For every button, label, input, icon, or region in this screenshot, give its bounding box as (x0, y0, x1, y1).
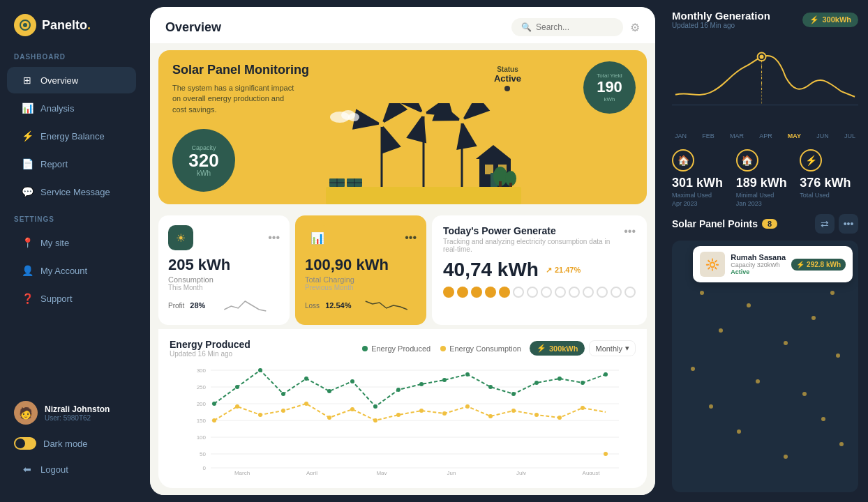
svg-rect-20 (485, 165, 493, 174)
dark-mode-toggle[interactable]: Dark mode (0, 432, 143, 455)
svg-point-68 (488, 385, 493, 389)
svg-text:August: August (583, 470, 601, 475)
logo[interactable]: Panelto. (0, 14, 143, 53)
gen-kwh: 300kWh (822, 15, 851, 24)
panel-name: Rumah Sasana (731, 253, 786, 261)
total-yield-circle: Total Yield 190 kWh (583, 61, 636, 114)
svg-point-78 (304, 402, 308, 406)
stat-minimal-label: Minimal Used (736, 192, 795, 199)
charging-more-button[interactable]: ••• (405, 231, 417, 244)
period-select[interactable]: Monthly ▾ (589, 340, 636, 356)
kwh-value: 300kWh (549, 344, 578, 353)
dot-2 (457, 287, 468, 298)
svg-text:0: 0 (203, 465, 207, 471)
toggle-switch[interactable] (14, 437, 36, 450)
dot-9 (555, 287, 566, 298)
svg-point-56 (212, 402, 216, 406)
panel-capacity: Capacity 320kWh (731, 261, 786, 268)
svg-marker-6 (374, 103, 408, 131)
sidebar-item-my-account[interactable]: 👤 My Account (7, 257, 136, 284)
chevron-down-icon: ▾ (625, 344, 629, 353)
dot-7 (527, 287, 538, 298)
dot-13 (611, 287, 622, 298)
panel-popup-info: Rumah Sasana Capacity 320kWh Active (731, 253, 786, 275)
svg-text:March: March (234, 470, 250, 475)
svg-point-90 (581, 406, 585, 410)
svg-point-81 (373, 418, 377, 423)
location-icon: 📍 (21, 236, 33, 249)
sidebar-item-overview[interactable]: ⊞ Overview (7, 67, 136, 93)
points-more-button[interactable]: ••• (839, 214, 858, 234)
svg-point-80 (350, 407, 354, 411)
consumption-subtitle: This Month (168, 284, 280, 291)
panel-status: Active (731, 268, 786, 275)
chart-controls: ⚡ 300kWh Monthly ▾ (530, 340, 636, 356)
sidebar-item-analysis[interactable]: 📊 Analysis (7, 95, 136, 121)
svg-point-74 (212, 418, 216, 423)
user-icon: 👤 (21, 264, 33, 277)
points-add-button[interactable]: ⇄ (815, 214, 835, 234)
sidebar-item-my-site[interactable]: 📍 My site (7, 229, 136, 256)
dot-3 (471, 287, 482, 298)
power-more-button[interactable]: ••• (624, 225, 636, 238)
monthly-svg (672, 39, 858, 123)
dashboard-section-label: DASHBOARD (0, 53, 143, 66)
stat-maximal-label: Maximal Used (672, 192, 731, 199)
sidebar: Panelto. DASHBOARD ⊞ Overview 📊 Analysis… (0, 0, 143, 502)
chart-updated: Updated 16 Min ago (170, 350, 250, 358)
chart-icon: 📊 (21, 102, 33, 114)
panel-kwh-value: 292.8 kWh (807, 261, 841, 268)
svg-marker-5 (352, 109, 384, 134)
sidebar-item-energy-balance[interactable]: ⚡ Energy Balance (7, 123, 136, 149)
search-box[interactable]: 🔍 (511, 18, 623, 36)
sidebar-item-report[interactable]: 📄 Report (7, 151, 136, 177)
consumption-value: 205 kWh (168, 256, 280, 274)
svg-marker-14 (451, 119, 477, 151)
sidebar-item-support-label: Support (40, 294, 73, 304)
stat-maximal: 🏠 301 kWh Maximal Used Apr 2023 (672, 149, 731, 207)
svg-point-66 (442, 378, 447, 382)
dot-8 (541, 287, 552, 298)
sidebar-item-logout[interactable]: ⬅ Logout (7, 456, 136, 482)
svg-rect-2 (326, 187, 521, 204)
svg-marker-16 (455, 103, 490, 128)
gen-badge: ⚡ 300kWh (802, 13, 858, 27)
svg-point-62 (350, 379, 354, 383)
svg-point-73 (604, 372, 608, 376)
monthly-line-chart (672, 39, 858, 123)
user-profile[interactable]: 🧑 Nizrali Johnston User: 5980T62 (0, 394, 143, 432)
turbine-illustration (326, 103, 521, 204)
search-input[interactable] (536, 22, 613, 32)
charging-value: 100,90 kWh (305, 256, 417, 274)
svg-point-69 (511, 392, 516, 396)
grid-icon: ⊞ (21, 74, 33, 86)
filter-button[interactable]: ⚙ (630, 21, 640, 34)
dot-6 (513, 287, 524, 298)
stat-total-label: Total Used (800, 192, 858, 199)
svg-text:Jun: Jun (447, 470, 456, 475)
avatar: 🧑 (14, 401, 38, 425)
sidebar-item-service-message[interactable]: 💬 Service Message (7, 178, 136, 205)
svg-point-64 (396, 388, 401, 392)
svg-rect-30 (499, 181, 502, 187)
energy-chart-section: Energy Produced Updated 16 Min ago Energ… (158, 329, 647, 488)
svg-point-82 (396, 413, 401, 417)
loss-label: Loss (305, 302, 320, 310)
points-count-badge: 8 (762, 219, 777, 229)
sidebar-item-analysis-label: Analysis (40, 103, 74, 114)
stat-total: ⚡ 376 kWh Total Used (800, 149, 858, 207)
svg-point-83 (419, 409, 424, 413)
power-card: Today's Power Generate Tracking and anal… (432, 215, 647, 325)
dot-5 (499, 287, 510, 298)
dot-11 (583, 287, 594, 298)
consumption-more-button[interactable]: ••• (268, 231, 280, 244)
svg-text:100: 100 (197, 434, 207, 441)
sidebar-item-support[interactable]: ❓ Support (7, 285, 136, 312)
capacity-value: 320 (188, 151, 218, 169)
logout-icon: ⬅ (21, 463, 33, 476)
svg-point-88 (534, 413, 539, 417)
svg-point-57 (235, 385, 239, 389)
charging-subtitle: Previous Month (305, 284, 417, 291)
svg-point-72 (581, 381, 585, 385)
capacity-unit: kWh (197, 169, 211, 177)
